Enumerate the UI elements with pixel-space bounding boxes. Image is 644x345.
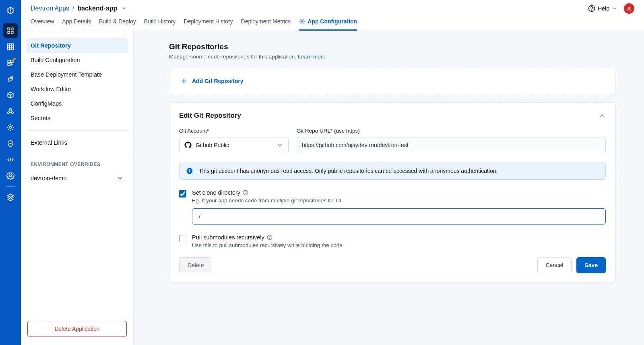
tab-overview[interactable]: Overview bbox=[31, 14, 54, 31]
github-icon bbox=[184, 141, 192, 149]
repo-url-input[interactable] bbox=[297, 137, 606, 153]
sidebar-item-build-configuration[interactable]: Build Configuration bbox=[26, 53, 128, 67]
clone-dir-input[interactable] bbox=[192, 208, 606, 224]
devtron-logo[interactable] bbox=[5, 5, 16, 16]
gear-icon bbox=[299, 18, 305, 25]
sidebar-item-external-links[interactable]: External Links bbox=[26, 135, 128, 150]
chevron-down-icon bbox=[116, 175, 124, 182]
svg-rect-10 bbox=[11, 60, 13, 62]
info-icon bbox=[186, 167, 193, 175]
user-avatar[interactable]: A bbox=[624, 3, 634, 14]
delete-application-button[interactable]: Delete Application bbox=[27, 321, 127, 337]
learn-more-link[interactable]: Learn more bbox=[298, 54, 326, 60]
content-area: Git Repositories Manage source code repo… bbox=[134, 31, 644, 345]
rail-badge-dot bbox=[13, 57, 16, 60]
help-menu[interactable]: Help bbox=[588, 5, 617, 12]
app-tabs: OverviewApp DetailsBuild & DeployBuild H… bbox=[31, 15, 634, 31]
breadcrumb-apps-link[interactable]: Devtron Apps bbox=[31, 5, 69, 12]
rail-settings-gear-icon[interactable] bbox=[3, 120, 18, 135]
side-divider bbox=[27, 130, 128, 131]
sidebar-env-label: devtron-demo bbox=[31, 175, 66, 181]
action-row: Delete Cancel Save bbox=[179, 257, 606, 273]
rail-deploy-icon[interactable] bbox=[3, 72, 18, 86]
add-git-repo-label: Add Git Repository bbox=[192, 78, 244, 84]
info-banner: This git account has anonymous read acce… bbox=[179, 162, 606, 180]
svg-marker-19 bbox=[8, 194, 14, 197]
breadcrumb: Devtron Apps / backend-app bbox=[31, 5, 128, 12]
svg-rect-1 bbox=[11, 28, 13, 30]
help-circle-icon bbox=[588, 5, 595, 12]
git-account-value: Github Public bbox=[196, 142, 229, 148]
clone-dir-checkbox[interactable] bbox=[179, 190, 186, 197]
svg-point-16 bbox=[10, 127, 12, 129]
help-circle-icon[interactable] bbox=[267, 235, 272, 240]
svg-point-13 bbox=[10, 108, 11, 110]
repo-url-label: Git Repo URL* (use https) bbox=[297, 128, 606, 134]
sidebar-item-workflow-editor[interactable]: Workflow Editor bbox=[26, 82, 128, 96]
rail-code-icon[interactable] bbox=[3, 152, 18, 167]
clone-dir-block: Set clone directory Eg. If your app need… bbox=[179, 189, 606, 204]
git-account-select[interactable]: Github Public bbox=[179, 137, 289, 153]
edit-git-repo-card: Edit Git Repository Git Account* Github … bbox=[169, 102, 616, 283]
chevron-down-icon[interactable] bbox=[120, 5, 128, 12]
svg-point-31 bbox=[269, 238, 270, 239]
svg-rect-4 bbox=[8, 44, 14, 50]
tab-build-history[interactable]: Build History bbox=[144, 14, 176, 31]
add-git-repo-button[interactable]: Add Git Repository bbox=[169, 68, 616, 94]
svg-point-22 bbox=[301, 21, 303, 22]
rail-cube-icon[interactable] bbox=[3, 88, 18, 102]
save-button[interactable]: Save bbox=[576, 257, 606, 273]
plus-icon bbox=[180, 77, 188, 85]
rail-gear-icon[interactable] bbox=[3, 168, 18, 183]
git-account-label: Git Account* bbox=[179, 128, 289, 134]
sidebar-env-heading: ENVIRONMENT OVERRIDES bbox=[26, 160, 128, 170]
collapse-chevron-up-icon[interactable] bbox=[599, 112, 606, 119]
cancel-button[interactable]: Cancel bbox=[537, 257, 572, 273]
chevron-down-icon bbox=[276, 141, 283, 149]
svg-rect-11 bbox=[8, 63, 10, 66]
sidebar-item-configmaps[interactable]: ConfigMaps bbox=[26, 96, 128, 111]
help-label: Help bbox=[598, 5, 609, 12]
main-column: Devtron Apps / backend-app Help A Overvi… bbox=[21, 0, 644, 345]
breadcrumb-separator: / bbox=[72, 5, 74, 12]
svg-point-27 bbox=[189, 169, 190, 170]
submodules-label: Pull submodules recursively bbox=[192, 234, 264, 241]
svg-rect-0 bbox=[8, 28, 10, 30]
top-header: Devtron Apps / backend-app Help A Overvi… bbox=[21, 0, 644, 31]
delete-button[interactable]: Delete bbox=[179, 257, 212, 273]
sidebar-item-secrets[interactable]: Secrets bbox=[26, 111, 128, 125]
rail-charts-icon[interactable] bbox=[3, 39, 18, 54]
tab-deployment-history[interactable]: Deployment History bbox=[184, 14, 233, 31]
rail-stack-icon[interactable] bbox=[3, 190, 18, 204]
rail-security-shield-icon[interactable] bbox=[3, 136, 18, 151]
clone-dir-label: Set clone directory bbox=[192, 189, 240, 196]
tab-app-details[interactable]: App Details bbox=[62, 14, 91, 31]
sidebar-env-item[interactable]: devtron-demo bbox=[26, 171, 128, 185]
left-icon-rail bbox=[0, 0, 21, 345]
rail-applications-icon[interactable] bbox=[3, 23, 18, 38]
svg-point-29 bbox=[246, 193, 246, 194]
help-circle-icon[interactable] bbox=[243, 190, 248, 195]
tab-deployment-metrics[interactable]: Deployment Metrics bbox=[241, 14, 291, 31]
side-divider bbox=[27, 155, 128, 155]
config-side-panel: Git RepositoryBuild ConfigurationBase De… bbox=[21, 31, 134, 345]
tab-build-deploy[interactable]: Build & Deploy bbox=[99, 14, 136, 31]
submodules-desc: Use this to pull submodules recursively … bbox=[192, 242, 343, 248]
sidebar-item-base-deployment-template[interactable]: Base Deployment Template bbox=[26, 67, 128, 82]
rail-cluster-icon[interactable] bbox=[3, 104, 18, 118]
info-banner-text: This git account has anonymous read acce… bbox=[199, 168, 497, 174]
tab-app-configuration[interactable]: App Configuration bbox=[299, 14, 357, 31]
rail-app-groups-icon[interactable] bbox=[3, 56, 18, 70]
body-row: Git RepositoryBuild ConfigurationBase De… bbox=[21, 31, 644, 345]
svg-point-12 bbox=[10, 78, 12, 79]
page-subtitle: Manage source code repositories for this… bbox=[169, 54, 616, 60]
sidebar-item-git-repository[interactable]: Git Repository bbox=[26, 38, 128, 53]
svg-rect-3 bbox=[11, 31, 13, 33]
rail-divider bbox=[6, 186, 15, 187]
svg-point-18 bbox=[10, 175, 12, 177]
svg-rect-26 bbox=[189, 170, 190, 172]
page-title: Git Repositories bbox=[169, 42, 616, 51]
edit-card-title: Edit Git Repository bbox=[179, 112, 241, 120]
submodules-checkbox[interactable] bbox=[179, 235, 186, 242]
svg-line-17 bbox=[10, 158, 11, 162]
